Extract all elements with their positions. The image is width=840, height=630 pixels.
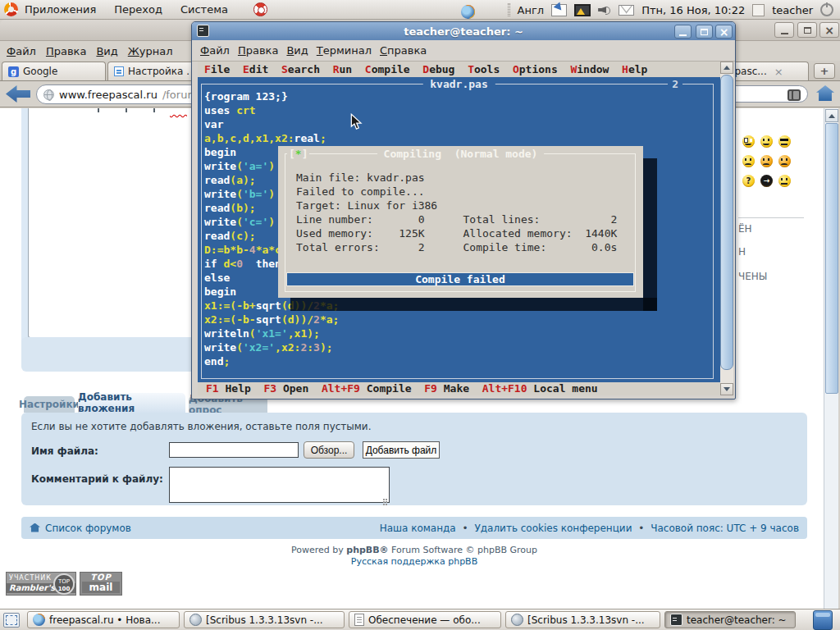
ide-menu-help[interactable]: Help bbox=[622, 63, 647, 75]
resize-grip[interactable] bbox=[381, 494, 387, 500]
rambler-top100-badge[interactable]: УЧАСТНИК Rambler's TOP100 bbox=[6, 572, 76, 596]
taskbar-button[interactable]: [Scribus 1.3.3.13svn -... bbox=[505, 611, 660, 628]
terminal-minimize-button[interactable] bbox=[674, 25, 692, 39]
ide-menu-file[interactable]: File bbox=[204, 63, 230, 75]
firefox-menu-Вид[interactable]: Вид bbox=[96, 45, 117, 57]
ide-menu-run[interactable]: Run bbox=[333, 63, 352, 75]
new-tab-button[interactable]: + bbox=[814, 63, 835, 79]
panel-menu-Приложения[interactable]: Приложения bbox=[25, 3, 96, 16]
taskbar-button[interactable]: [Scribus 1.3.3.13svn -... bbox=[184, 611, 345, 628]
desktop: ФайлПравкаВидЖурнал g Google Настройка .… bbox=[0, 0, 840, 630]
ide-editor[interactable]: kvadr.pas 2 {rogram 123;}uses crtvara,b,… bbox=[198, 77, 720, 382]
terminal-menu-Правка[interactable]: Правка bbox=[238, 44, 278, 57]
help-icon[interactable] bbox=[253, 2, 267, 16]
scroll-down-button[interactable] bbox=[720, 383, 733, 395]
panel-menu-Система[interactable]: Система bbox=[180, 3, 228, 16]
phpbb-support-link[interactable]: Русская поддержка phpBB bbox=[21, 556, 807, 567]
status-local-menu[interactable]: Alt+F10 Local menu bbox=[482, 382, 598, 395]
taskbar-button[interactable]: Обеспечение — обо... bbox=[349, 611, 501, 628]
ubuntu-logo-icon[interactable] bbox=[4, 2, 18, 16]
page-scrollbar[interactable] bbox=[824, 108, 838, 625]
filename-input[interactable] bbox=[169, 442, 299, 458]
user-switcher-icon[interactable] bbox=[752, 4, 765, 16]
dialog-marker[interactable]: [*] bbox=[287, 148, 309, 160]
remote-desktop-icon[interactable] bbox=[551, 4, 567, 16]
back-button[interactable] bbox=[6, 84, 30, 103]
comment-textarea[interactable] bbox=[169, 467, 390, 503]
taskbar-button-label: Обеспечение — обо... bbox=[368, 614, 481, 626]
status-make[interactable]: F9 Make bbox=[424, 382, 469, 395]
ide-menu-debug[interactable]: Debug bbox=[422, 63, 454, 75]
firefox-icon bbox=[33, 614, 45, 626]
show-desktop-button[interactable] bbox=[3, 613, 20, 628]
dialog-stat-line: Used memory: 125K Allocated memory: 1440… bbox=[296, 226, 617, 240]
applet-handle[interactable] bbox=[508, 3, 510, 16]
display-warning-icon[interactable] bbox=[574, 4, 591, 16]
scrollbar-thumb[interactable] bbox=[825, 123, 838, 394]
power-icon[interactable] bbox=[820, 3, 833, 16]
filename-label: Имя файла: bbox=[31, 445, 98, 457]
tab-nastroiki[interactable]: Настройки bbox=[24, 396, 75, 413]
taskbar-button[interactable]: teacher@teacher: ~ bbox=[664, 611, 796, 628]
firefox-menu-Файл[interactable]: Файл bbox=[7, 45, 36, 57]
user-name[interactable]: teacher bbox=[772, 4, 813, 16]
terminal-menu-Справка[interactable]: Справка bbox=[380, 44, 427, 57]
status-open[interactable]: F3 Open bbox=[263, 382, 308, 395]
terminal-scrollbar[interactable] bbox=[720, 62, 733, 395]
ide-menu-compile[interactable]: Compile bbox=[365, 63, 410, 75]
ide-menu-tools[interactable]: Tools bbox=[468, 63, 500, 75]
scroll-up-button[interactable] bbox=[825, 109, 838, 122]
terminal-close-button[interactable] bbox=[715, 25, 733, 39]
tab-add-attachments[interactable]: Добавить вложения bbox=[78, 393, 185, 413]
smiley-question-icon[interactable] bbox=[742, 175, 755, 187]
smiley-neutral-icon[interactable] bbox=[778, 175, 791, 187]
terminal-maximize-button[interactable] bbox=[696, 25, 713, 39]
smiley-mad-icon[interactable] bbox=[742, 155, 755, 167]
keyboard-layout-indicator[interactable]: Англ bbox=[518, 4, 545, 16]
smiley-twisted-icon[interactable] bbox=[778, 155, 791, 167]
status-help[interactable]: F1 Help bbox=[206, 382, 251, 395]
forum-list-link[interactable]: Список форумов bbox=[45, 523, 131, 534]
firefox-maximize-button[interactable] bbox=[797, 22, 817, 38]
browse-button[interactable]: Обзор... bbox=[304, 441, 354, 459]
smiley-evil-icon[interactable] bbox=[760, 155, 773, 167]
tab-google[interactable]: g Google bbox=[2, 62, 106, 80]
firefox-launcher-icon[interactable] bbox=[461, 5, 475, 19]
mail-icon[interactable] bbox=[619, 5, 634, 16]
ide-menu-window[interactable]: Window bbox=[570, 63, 609, 75]
firefox-menu-Правка[interactable]: Правка bbox=[46, 45, 86, 57]
ide-menu-options[interactable]: Options bbox=[513, 63, 558, 75]
timezone-text: Часовой пояс: UTC + 9 часов bbox=[651, 523, 799, 534]
terminal-menu-Вид[interactable]: Вид bbox=[286, 44, 308, 57]
terminal-menu-Файл[interactable]: Файл bbox=[200, 44, 230, 57]
terminal-screen[interactable]: FileEditSearchRunCompileDebugToolsOption… bbox=[198, 62, 720, 395]
smiley-eek-icon[interactable] bbox=[742, 135, 755, 148]
powered-by: Powered by phpBB® Forum Software © phpBB… bbox=[21, 545, 807, 555]
editor-file-title: kvadr.pas bbox=[422, 78, 495, 90]
ide-menu-edit[interactable]: Edit bbox=[243, 63, 268, 75]
smiley-smile-icon[interactable] bbox=[760, 135, 773, 148]
team-link[interactable]: Наша команда bbox=[380, 523, 456, 534]
smiley-cool-icon[interactable] bbox=[778, 135, 791, 148]
trash-icon[interactable] bbox=[813, 610, 833, 630]
close-tab-icon[interactable]: × bbox=[774, 66, 783, 78]
clock[interactable]: Птн, 16 Ноя, 10:22 bbox=[641, 4, 745, 16]
ide-menu-search[interactable]: Search bbox=[281, 63, 320, 75]
compile-failed-button[interactable]: Compile failed bbox=[286, 272, 634, 286]
taskbar-button[interactable]: freepascal.ru • Нова... bbox=[27, 611, 180, 628]
top-mail-badge[interactable]: TOP mail bbox=[80, 572, 122, 596]
firefox-minimize-button[interactable] bbox=[774, 22, 794, 38]
status-compile[interactable]: Alt+F9 Compile bbox=[322, 382, 412, 395]
volume-icon[interactable] bbox=[598, 4, 611, 16]
delete-cookies-link[interactable]: Удалить cookies конференции bbox=[474, 523, 632, 534]
terminal-titlebar[interactable]: teacher@teacher: ~ bbox=[192, 22, 735, 40]
home-button[interactable] bbox=[816, 85, 834, 101]
terminal-menu-Терминал[interactable]: Терминал bbox=[317, 44, 372, 57]
firefox-close-button[interactable] bbox=[819, 22, 839, 38]
add-file-button[interactable]: Добавить файл bbox=[363, 441, 440, 459]
panel-menu-Переход[interactable]: Переход bbox=[114, 3, 162, 16]
smiley-arrow-icon[interactable] bbox=[760, 175, 773, 187]
scroll-up-button[interactable] bbox=[720, 62, 733, 74]
scrollbar-thumb[interactable] bbox=[720, 75, 733, 370]
firefox-menu-Журнал[interactable]: Журнал bbox=[128, 45, 173, 57]
